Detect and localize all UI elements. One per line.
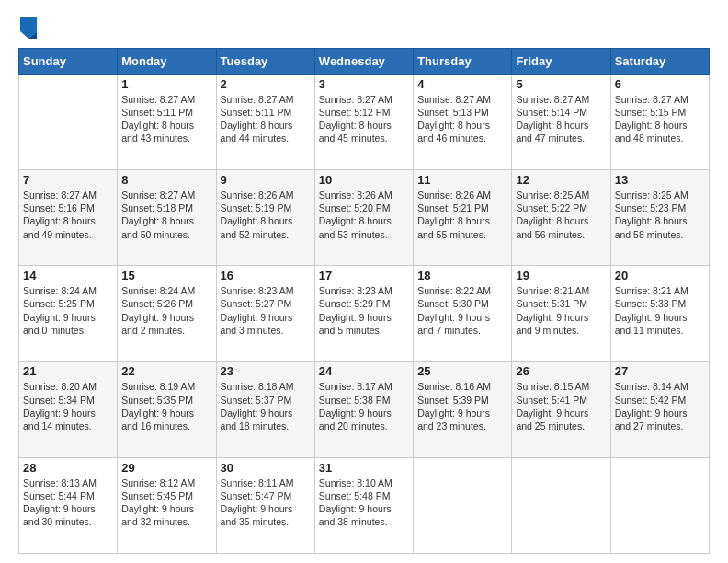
cell-info: Sunrise: 8:27 AM Sunset: 5:18 PM Dayligh…: [121, 189, 211, 241]
calendar-cell: 12Sunrise: 8:25 AM Sunset: 5:22 PM Dayli…: [512, 170, 610, 266]
day-number: 17: [319, 269, 409, 282]
calendar-cell: 9Sunrise: 8:26 AM Sunset: 5:19 PM Daylig…: [216, 170, 314, 266]
column-header-thursday: Thursday: [414, 48, 512, 74]
cell-info: Sunrise: 8:21 AM Sunset: 5:33 PM Dayligh…: [615, 284, 705, 337]
day-number: 18: [417, 269, 507, 282]
calendar-table: SundayMondayTuesdayWednesdayThursdayFrid…: [18, 48, 710, 554]
calendar-cell: 3Sunrise: 8:27 AM Sunset: 5:12 PM Daylig…: [314, 74, 413, 169]
calendar-cell: 15Sunrise: 8:24 AM Sunset: 5:26 PM Dayli…: [118, 266, 216, 362]
calendar-cell: 29Sunrise: 8:12 AM Sunset: 5:45 PM Dayli…: [118, 457, 216, 553]
calendar-cell: 13Sunrise: 8:25 AM Sunset: 5:23 PM Dayli…: [610, 170, 709, 266]
logo: [18, 15, 37, 39]
calendar-cell: [610, 457, 709, 553]
day-number: 31: [319, 461, 409, 475]
calendar-cell: 28Sunrise: 8:13 AM Sunset: 5:44 PM Dayli…: [19, 457, 118, 553]
day-number: 15: [121, 269, 211, 282]
cell-info: Sunrise: 8:23 AM Sunset: 5:29 PM Dayligh…: [319, 284, 409, 337]
cell-info: Sunrise: 8:27 AM Sunset: 5:11 PM Dayligh…: [121, 93, 211, 145]
calendar-cell: 1Sunrise: 8:27 AM Sunset: 5:11 PM Daylig…: [118, 74, 216, 169]
day-number: 7: [23, 173, 113, 187]
cell-info: Sunrise: 8:27 AM Sunset: 5:15 PM Dayligh…: [615, 93, 705, 145]
cell-info: Sunrise: 8:12 AM Sunset: 5:45 PM Dayligh…: [121, 477, 211, 529]
day-number: 6: [615, 77, 705, 91]
cell-info: Sunrise: 8:13 AM Sunset: 5:44 PM Dayligh…: [23, 477, 113, 529]
calendar-cell: 10Sunrise: 8:26 AM Sunset: 5:20 PM Dayli…: [314, 170, 413, 266]
calendar-cell: 21Sunrise: 8:20 AM Sunset: 5:34 PM Dayli…: [19, 362, 118, 457]
day-number: 24: [319, 364, 409, 378]
header: [18, 15, 710, 39]
calendar-cell: 31Sunrise: 8:10 AM Sunset: 5:48 PM Dayli…: [314, 457, 413, 553]
calendar-cell: 18Sunrise: 8:22 AM Sunset: 5:30 PM Dayli…: [414, 266, 512, 362]
calendar-cell: 17Sunrise: 8:23 AM Sunset: 5:29 PM Dayli…: [314, 266, 413, 362]
calendar-cell: 27Sunrise: 8:14 AM Sunset: 5:42 PM Dayli…: [610, 362, 709, 457]
calendar-cell: [414, 457, 512, 553]
cell-info: Sunrise: 8:14 AM Sunset: 5:42 PM Dayligh…: [615, 380, 705, 432]
cell-info: Sunrise: 8:16 AM Sunset: 5:39 PM Dayligh…: [417, 380, 507, 432]
logo-icon: [20, 17, 37, 39]
calendar-cell: 2Sunrise: 8:27 AM Sunset: 5:11 PM Daylig…: [216, 74, 314, 169]
day-number: 30: [221, 461, 311, 475]
day-number: 2: [221, 77, 311, 91]
cell-info: Sunrise: 8:20 AM Sunset: 5:34 PM Dayligh…: [23, 380, 113, 432]
calendar-week-row: 1Sunrise: 8:27 AM Sunset: 5:11 PM Daylig…: [19, 74, 710, 169]
calendar-cell: 22Sunrise: 8:19 AM Sunset: 5:35 PM Dayli…: [118, 362, 216, 457]
day-number: 9: [221, 173, 311, 187]
calendar-cell: [512, 457, 610, 553]
calendar-cell: 11Sunrise: 8:26 AM Sunset: 5:21 PM Dayli…: [414, 170, 512, 266]
day-number: 13: [615, 173, 705, 187]
day-number: 23: [221, 364, 311, 378]
calendar-cell: [19, 74, 118, 169]
day-number: 16: [221, 269, 311, 282]
cell-info: Sunrise: 8:26 AM Sunset: 5:21 PM Dayligh…: [417, 189, 507, 241]
day-number: 1: [121, 77, 211, 91]
day-number: 20: [615, 269, 705, 282]
day-number: 5: [516, 77, 606, 91]
cell-info: Sunrise: 8:25 AM Sunset: 5:23 PM Dayligh…: [615, 189, 705, 241]
cell-info: Sunrise: 8:25 AM Sunset: 5:22 PM Dayligh…: [516, 189, 606, 241]
cell-info: Sunrise: 8:24 AM Sunset: 5:25 PM Dayligh…: [23, 284, 113, 337]
calendar-cell: 26Sunrise: 8:15 AM Sunset: 5:41 PM Dayli…: [512, 362, 610, 457]
column-header-saturday: Saturday: [610, 48, 709, 74]
day-number: 28: [23, 461, 113, 475]
cell-info: Sunrise: 8:26 AM Sunset: 5:19 PM Dayligh…: [221, 189, 311, 241]
cell-info: Sunrise: 8:15 AM Sunset: 5:41 PM Dayligh…: [516, 380, 606, 432]
calendar-cell: 20Sunrise: 8:21 AM Sunset: 5:33 PM Dayli…: [610, 266, 709, 362]
calendar-cell: 23Sunrise: 8:18 AM Sunset: 5:37 PM Dayli…: [216, 362, 314, 457]
calendar-cell: 19Sunrise: 8:21 AM Sunset: 5:31 PM Dayli…: [512, 266, 610, 362]
calendar-cell: 25Sunrise: 8:16 AM Sunset: 5:39 PM Dayli…: [414, 362, 512, 457]
day-number: 27: [615, 364, 705, 378]
day-number: 19: [516, 269, 606, 282]
day-number: 12: [516, 173, 606, 187]
column-header-tuesday: Tuesday: [216, 48, 314, 74]
day-number: 8: [121, 173, 211, 187]
calendar-header-row: SundayMondayTuesdayWednesdayThursdayFrid…: [19, 48, 710, 74]
cell-info: Sunrise: 8:27 AM Sunset: 5:16 PM Dayligh…: [23, 189, 113, 241]
calendar-week-row: 28Sunrise: 8:13 AM Sunset: 5:44 PM Dayli…: [19, 457, 710, 553]
calendar-week-row: 7Sunrise: 8:27 AM Sunset: 5:16 PM Daylig…: [19, 170, 710, 266]
cell-info: Sunrise: 8:11 AM Sunset: 5:47 PM Dayligh…: [221, 477, 311, 529]
cell-info: Sunrise: 8:23 AM Sunset: 5:27 PM Dayligh…: [221, 284, 311, 337]
day-number: 21: [23, 364, 113, 378]
calendar-cell: 16Sunrise: 8:23 AM Sunset: 5:27 PM Dayli…: [216, 266, 314, 362]
day-number: 22: [121, 364, 211, 378]
column-header-friday: Friday: [512, 48, 610, 74]
cell-info: Sunrise: 8:27 AM Sunset: 5:11 PM Dayligh…: [221, 93, 311, 145]
calendar-week-row: 14Sunrise: 8:24 AM Sunset: 5:25 PM Dayli…: [19, 266, 710, 362]
day-number: 4: [417, 77, 507, 91]
column-header-wednesday: Wednesday: [314, 48, 413, 74]
cell-info: Sunrise: 8:24 AM Sunset: 5:26 PM Dayligh…: [121, 284, 211, 337]
calendar-cell: 8Sunrise: 8:27 AM Sunset: 5:18 PM Daylig…: [118, 170, 216, 266]
day-number: 3: [319, 77, 409, 91]
cell-info: Sunrise: 8:27 AM Sunset: 5:13 PM Dayligh…: [417, 93, 507, 145]
cell-info: Sunrise: 8:27 AM Sunset: 5:14 PM Dayligh…: [516, 93, 606, 145]
page: SundayMondayTuesdayWednesdayThursdayFrid…: [0, 0, 728, 563]
cell-info: Sunrise: 8:22 AM Sunset: 5:30 PM Dayligh…: [417, 284, 507, 337]
day-number: 10: [319, 173, 409, 187]
day-number: 26: [516, 364, 606, 378]
day-number: 29: [121, 461, 211, 475]
day-number: 14: [23, 269, 113, 282]
calendar-cell: 7Sunrise: 8:27 AM Sunset: 5:16 PM Daylig…: [19, 170, 118, 266]
calendar-cell: 30Sunrise: 8:11 AM Sunset: 5:47 PM Dayli…: [216, 457, 314, 553]
calendar-cell: 14Sunrise: 8:24 AM Sunset: 5:25 PM Dayli…: [19, 266, 118, 362]
calendar-cell: 6Sunrise: 8:27 AM Sunset: 5:15 PM Daylig…: [610, 74, 709, 169]
